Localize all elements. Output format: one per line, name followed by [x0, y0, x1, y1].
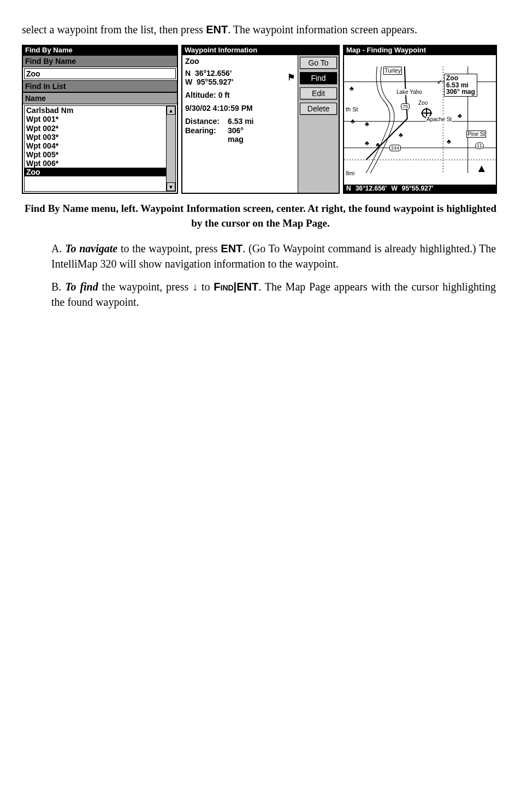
footer-n: N: [346, 185, 351, 193]
instruction-paragraphs: A. To navigate to the waypoint, press EN…: [22, 241, 499, 310]
waypoint-info-screen: Waypoint Information Zoo N 36°12.656' W …: [181, 45, 340, 194]
tree-icon: ♣: [447, 138, 451, 146]
screenshots-row: Find By Name Find By Name Zoo Find In Li…: [22, 45, 499, 194]
para-b: B. To find the waypoint, press ↓ to Find…: [51, 279, 496, 310]
intro-a: select a waypoint from the list, then pr…: [22, 23, 206, 35]
find-button[interactable]: Find: [300, 72, 337, 84]
dist-value: 6.53 mi: [228, 117, 253, 126]
lat-label: N: [185, 69, 191, 78]
map-label-lake: Lake Yaho: [396, 89, 423, 96]
list-item[interactable]: Wpt 005*: [25, 150, 166, 159]
map-label-pine: Pine St: [466, 131, 486, 138]
tree-icon: ♣: [351, 118, 355, 126]
para-b-ent: ENT: [236, 281, 258, 293]
scroll-up-icon[interactable]: ▲: [167, 106, 175, 115]
s1-list-header: Find In List: [23, 80, 177, 92]
list-item[interactable]: Wpt 006*: [25, 159, 166, 168]
dist-label: Distance:: [185, 117, 228, 126]
lon-label: W: [185, 78, 192, 86]
s1-titlebar: Find By Name: [23, 46, 177, 55]
tree-icon: ♣: [376, 141, 380, 149]
para-b-text1: the waypoint, press ↓ to: [98, 281, 214, 293]
map-scale: 8mi: [345, 170, 355, 177]
goto-button[interactable]: Go To: [300, 57, 337, 69]
tree-icon: ♣: [365, 140, 369, 147]
tree-icon: ♣: [458, 112, 462, 120]
list-items: Carlsbad Nm Wpt 001* Wpt 002* Wpt 003* W…: [25, 106, 166, 191]
figure-caption: Find By Name menu, left. Waypoint Inform…: [22, 201, 499, 230]
hwy-shield-11: 11: [475, 143, 484, 149]
footer-lon: 95°55.927': [402, 185, 434, 193]
map-canvas[interactable]: Turley Zoo 6.53 mi 306° mag ↙ Lake Yaho …: [344, 55, 496, 185]
tree-icon: ♣: [399, 132, 403, 139]
bear-spacer: [185, 135, 228, 144]
map-footer: N 36°12.656' W 95°55.927': [344, 185, 496, 193]
wpt-name: Zoo: [185, 57, 295, 66]
map-label-apache: Apache St: [426, 116, 452, 123]
para-b-cmd: Find: [214, 281, 233, 293]
name-input[interactable]: Zoo: [24, 68, 176, 79]
timestamp: 9/30/02 4:10:59 PM: [185, 104, 295, 112]
find-by-name-screen: Find By Name Find By Name Zoo Find In Li…: [22, 45, 178, 194]
hwy-shield-244: 244: [389, 145, 401, 151]
para-a-nav: To navigate: [65, 242, 117, 254]
s1-column-header: Name: [23, 92, 177, 104]
s3-titlebar: Map - Finding Waypoint: [344, 46, 496, 55]
list-item[interactable]: Wpt 002*: [25, 124, 166, 133]
para-a-text1: to the waypoint, press: [117, 242, 221, 254]
intro-b: . The waypoint information screen appear…: [228, 23, 417, 35]
map-callout: Zoo 6.53 mi 306° mag: [444, 74, 477, 97]
list-item[interactable]: Wpt 003*: [25, 133, 166, 141]
bear-unit: mag: [228, 135, 244, 144]
bear-value: 306°: [228, 126, 244, 135]
callout-bear: 306° mag: [446, 88, 475, 96]
footer-w: W: [391, 185, 397, 193]
para-a: A. To navigate to the waypoint, press EN…: [51, 241, 496, 271]
bear-label: Bearing:: [185, 126, 228, 135]
edit-button[interactable]: Edit: [300, 87, 337, 99]
para-a-ent: ENT: [221, 242, 242, 254]
coords-row: N 36°12.656' W 95°55.927' ⚑: [185, 69, 295, 86]
waypoint-icon: ⚑: [287, 73, 295, 82]
hwy-shield-75: 75: [401, 103, 410, 110]
alt-value: 0 ft: [218, 91, 230, 99]
map-label-turley: Turley: [383, 67, 402, 75]
scrollbar[interactable]: ▲ ▼: [166, 106, 175, 191]
s2-titlebar: Waypoint Information: [182, 46, 339, 55]
list-item-selected[interactable]: Zoo: [25, 168, 166, 176]
waypoint-list[interactable]: Carlsbad Nm Wpt 001* Wpt 002* Wpt 003* W…: [24, 105, 176, 192]
callout-pointer-icon: ↙: [437, 78, 442, 86]
intro-ent: ENT: [206, 23, 228, 35]
button-panel: Go To Find Edit Delete: [298, 55, 339, 193]
lon-value: 95°55.927': [197, 78, 233, 86]
map-label-zoo: Zoo: [418, 100, 428, 106]
waypoint-details: Zoo N 36°12.656' W 95°55.927' ⚑ Altitude…: [182, 55, 298, 193]
scroll-down-icon[interactable]: ▼: [167, 182, 175, 191]
delete-button[interactable]: Delete: [300, 103, 337, 115]
para-a-lead: A.: [51, 242, 65, 254]
list-item[interactable]: Wpt 004*: [25, 141, 166, 150]
alt-label: Altitude:: [185, 91, 216, 99]
s1-section-header: Find By Name: [23, 55, 177, 67]
map-label-thst: th St: [345, 106, 359, 113]
map-screen: Map - Finding Waypoint: [343, 45, 497, 194]
tree-icon: ♣: [365, 121, 369, 128]
list-item[interactable]: Wpt 001*: [25, 115, 166, 123]
intro-text: select a waypoint from the list, then pr…: [22, 22, 499, 37]
list-item[interactable]: Carlsbad Nm: [25, 106, 166, 115]
para-b-find: To find: [65, 281, 98, 293]
footer-lat: 36°12.656': [356, 185, 387, 193]
para-b-lead: B.: [51, 281, 65, 293]
tree-icon: ♣: [350, 85, 354, 93]
lat-value: 36°12.656': [195, 69, 232, 78]
